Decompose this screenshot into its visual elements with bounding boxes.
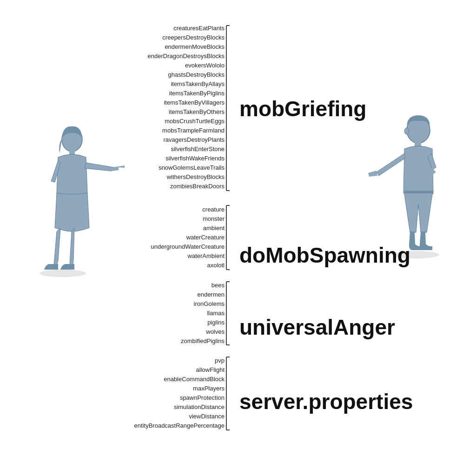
svg-point-19 bbox=[393, 251, 439, 258]
list-item: allowFlight bbox=[196, 366, 225, 373]
svg-point-14 bbox=[40, 270, 86, 277]
list-item: itemsTakenByVillagers bbox=[164, 99, 225, 106]
man-figure bbox=[368, 115, 439, 258]
list-item: endermen bbox=[197, 291, 225, 298]
list-item: withersDestroyBlocks bbox=[166, 173, 225, 180]
list-item: viewDistance bbox=[189, 413, 225, 420]
woman-figure bbox=[40, 126, 125, 277]
list-item: zombifiedPiglins bbox=[181, 337, 225, 344]
do-mob-spawning-label: doMobSpawning bbox=[239, 243, 410, 267]
list-item: pvp bbox=[215, 357, 225, 364]
list-item: monster bbox=[203, 215, 225, 222]
list-item: enableCommandBlock bbox=[164, 376, 225, 383]
list-item: silverfishEnterStone bbox=[171, 145, 225, 152]
list-item: entityBroadcastRangePercentage bbox=[134, 422, 225, 429]
list-item: itemsTakenByAllays bbox=[171, 80, 225, 87]
list-item: ironGolems bbox=[194, 300, 225, 307]
list-item: wolves bbox=[205, 328, 225, 335]
list-item: maxPlayers bbox=[193, 385, 225, 392]
list-item: llamas bbox=[207, 310, 225, 317]
list-item: ambient bbox=[203, 225, 225, 231]
list-item: piglins bbox=[207, 319, 225, 326]
list-item: ghastsDestroyBlocks bbox=[168, 71, 225, 78]
list-item: enderDragonDestroysBlocks bbox=[148, 53, 225, 60]
svg-point-16 bbox=[404, 128, 409, 134]
list-item: waterAmbient bbox=[187, 252, 225, 259]
list-item: zombiesBreakDoors bbox=[170, 183, 225, 190]
list-item: mobsCrushTurtleEggs bbox=[165, 118, 225, 125]
list-item: spawnProtection bbox=[180, 394, 225, 401]
list-item: creaturesEatPlants bbox=[173, 25, 225, 32]
list-item: creature bbox=[202, 206, 225, 213]
list-item: undergroundWaterCreature bbox=[151, 243, 225, 250]
list-item: endermenMoveBlocks bbox=[165, 43, 225, 50]
list-item: creepersDestroyBlocks bbox=[162, 34, 225, 41]
list-item: simulationDistance bbox=[174, 403, 225, 410]
list-item: itemsTakenByOthers bbox=[169, 108, 225, 115]
list-item: mobsTrampleFarmland bbox=[162, 127, 225, 134]
list-item: bees bbox=[212, 282, 225, 289]
list-item: evokersWololo bbox=[185, 62, 225, 69]
list-item: snowGolemsLeaveTrails bbox=[159, 164, 225, 171]
universal-anger-label: universalAnger bbox=[239, 315, 395, 339]
list-item: ravagersDestroyPlants bbox=[164, 136, 225, 143]
main-container: creaturesEatPlants creepersDestroyBlocks… bbox=[0, 0, 476, 476]
mob-griefing-label: mobGriefing bbox=[239, 97, 366, 121]
list-item: waterCreature bbox=[186, 234, 225, 241]
list-item: axolotl bbox=[207, 262, 225, 269]
list-item: itemsTakenByPiglins bbox=[169, 90, 225, 97]
list-item: silverfishWakeFriends bbox=[165, 155, 225, 162]
server-properties-label: server.properties bbox=[239, 390, 413, 414]
